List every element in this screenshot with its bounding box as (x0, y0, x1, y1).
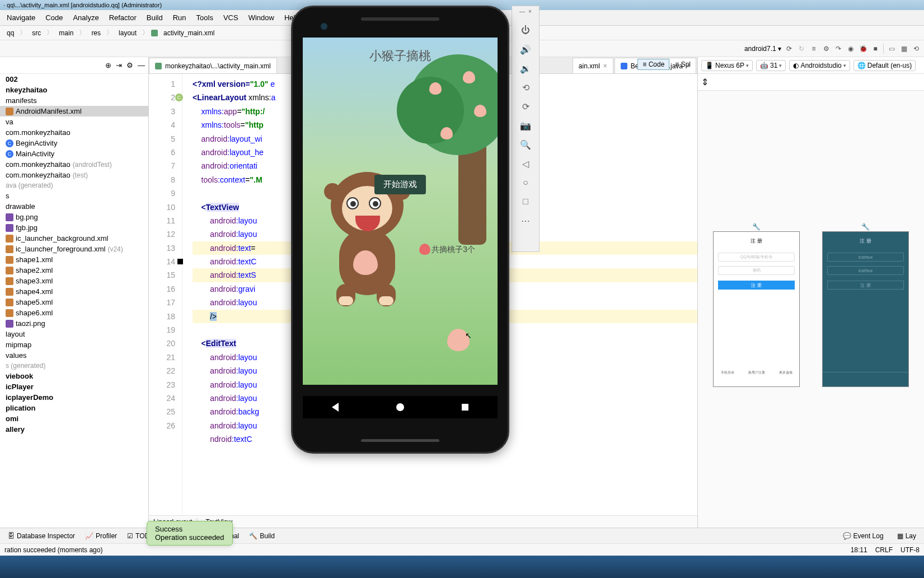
tree-node[interactable]: va (0, 116, 148, 127)
tab-event-log[interactable]: 💬 Event Log (838, 530, 888, 542)
home-icon[interactable]: ○ (520, 177, 531, 188)
tree-node[interactable]: omi (0, 413, 148, 424)
arrows-icon[interactable]: ⇕ (701, 77, 709, 87)
menu-analyze[interactable]: Analyze (68, 11, 103, 24)
power-icon[interactable]: ⏻ (520, 25, 531, 36)
tree-node[interactable]: manifests (0, 95, 148, 106)
preview-device-combo[interactable]: 📱 Nexus 6P▾ (701, 60, 753, 71)
preview-api-combo[interactable]: 🤖 31▾ (756, 60, 786, 71)
nav-recent-icon[interactable] (462, 404, 468, 411)
sdk-icon[interactable]: ▦ (899, 44, 908, 53)
tree-node[interactable]: com.monkeyzhaitao (test) (0, 170, 148, 180)
menu-refactor[interactable]: Refactor (105, 11, 141, 24)
menu-tools[interactable]: Tools (192, 11, 218, 24)
tab-layout-inspector[interactable]: ▦ Lay (893, 530, 921, 542)
menu-run[interactable]: Run (168, 11, 191, 24)
tree-node[interactable]: shape1.xml (0, 254, 148, 265)
zoom-icon[interactable]: 🔍 (520, 139, 531, 150)
close-icon[interactable]: × (603, 62, 607, 70)
expand-icon[interactable]: ⇥ (116, 61, 122, 69)
volume-down-icon[interactable]: 🔉 (520, 63, 531, 74)
start-game-button[interactable]: 开始游戏 (374, 175, 426, 194)
volume-up-icon[interactable]: 🔊 (520, 44, 531, 55)
camera-icon[interactable]: 📷 (520, 120, 531, 131)
sync-icon[interactable]: ⟲ (912, 44, 921, 53)
bug-icon[interactable]: ⚙ (822, 44, 831, 53)
overview-icon[interactable]: □ (520, 196, 531, 207)
menu-window[interactable]: Window (244, 11, 279, 24)
preview-locale-combo[interactable]: 🌐 Default (en-us) (853, 60, 916, 71)
crumb-src[interactable]: src (29, 28, 44, 38)
tree-node[interactable]: CBeginActivity (0, 138, 148, 148)
status-encoding[interactable]: UTF-8 (900, 546, 920, 554)
profile-icon[interactable]: ◉ (846, 44, 855, 53)
tree-node[interactable]: values (0, 350, 148, 361)
editor-tab[interactable]: monkeyzhaitao\...\activity_main.xml (149, 58, 277, 73)
tree-node[interactable]: CMainActivity (0, 148, 148, 159)
tree-node[interactable]: layout (0, 329, 148, 339)
menu-build[interactable]: Build (142, 11, 167, 24)
rotate-left-icon[interactable]: ⟲ (520, 82, 531, 93)
menu-navigate[interactable]: Navigate (2, 11, 40, 24)
tree-node[interactable]: mipmap (0, 339, 148, 350)
tree-node[interactable]: shape4.xml (0, 286, 148, 297)
tab-profiler[interactable]: 📈 Profiler (81, 530, 121, 542)
tree-node[interactable]: com.monkeyzhaitao (androidTest) (0, 159, 148, 170)
tree-node[interactable]: s (generated) (0, 361, 148, 371)
tree-node[interactable]: drawable (0, 201, 148, 212)
tree-node[interactable]: shape3.xml (0, 276, 148, 286)
tree-node[interactable]: shape5.xml (0, 297, 148, 307)
crumb-layout[interactable]: layout (115, 28, 140, 38)
format-icon[interactable]: ≡ (809, 44, 818, 53)
menu-code[interactable]: Code (41, 11, 67, 24)
gutter-marker-icon[interactable]: C (175, 94, 183, 101)
tree-node[interactable]: allery (0, 424, 148, 435)
settings-icon[interactable]: ⚙ (126, 61, 133, 69)
tree-node[interactable]: com.monkeyzhaitao (0, 127, 148, 138)
preview-canvas[interactable]: 🔧 注 册 QQ号/邮箱/手机号 密码 注 册 手机登录新用户注册更多选项 🔧 … (698, 91, 924, 528)
preview-blueprint[interactable]: 🔧 注 册 EditText EditText 注 册 (822, 231, 909, 387)
status-line-ending[interactable]: CRLF (875, 546, 893, 554)
avd-icon[interactable]: ▭ (887, 44, 896, 53)
tree-node[interactable]: ic_launcher_foreground.xml (v24) (0, 244, 148, 254)
refresh-icon[interactable]: ⟳ (785, 44, 794, 53)
back-icon[interactable]: ◁ (520, 158, 531, 169)
preview-design[interactable]: 🔧 注 册 QQ号/邮箱/手机号 密码 注 册 手机登录新用户注册更多选项 (713, 231, 800, 387)
nav-back-icon[interactable] (332, 403, 339, 412)
menu-vcs[interactable]: VCS (219, 11, 243, 24)
nav-home-icon[interactable] (396, 403, 404, 411)
tree-node[interactable]: bg.png (0, 212, 148, 222)
tree-node[interactable]: ic_launcher_background.xml (0, 233, 148, 244)
tree-node[interactable]: 002 (0, 74, 148, 85)
tree-node[interactable]: icplayerDemo (0, 392, 148, 403)
crumb-res[interactable]: res (88, 28, 104, 38)
tree-node[interactable]: fgb.jpg (0, 222, 148, 233)
hide-icon[interactable]: — (138, 61, 145, 69)
tab-build[interactable]: 🔨 Build (245, 530, 279, 542)
preview-theme-combo[interactable]: ◐ Androidstudio▾ (789, 60, 850, 71)
crumb-qq[interactable]: qq (3, 28, 17, 38)
emulator-window[interactable]: 小猴子摘桃 开始游戏 共摘桃子3个 ↖ —× ⏻ 🔊 🔉 ⟲ ⟳ 📷 🔍 ◁ ○… (291, 6, 540, 454)
tree-node[interactable]: taozi.png (0, 318, 148, 329)
coverage-icon[interactable]: ↷ (834, 44, 843, 53)
mode-split[interactable]: ≡ Spl (670, 59, 695, 69)
close-icon[interactable]: × (528, 8, 532, 15)
device-combo[interactable]: android7.1 ▾ (744, 45, 781, 53)
phone-screen[interactable]: 小猴子摘桃 开始游戏 共摘桃子3个 ↖ (303, 38, 498, 385)
crumb-file[interactable]: activity_main.xml (160, 28, 218, 38)
tree-node[interactable]: s (0, 190, 148, 201)
tree-node[interactable]: AndroidManifest.xml (0, 106, 148, 116)
tree-node[interactable]: viebook (0, 371, 148, 381)
tree-node[interactable]: icPlayer (0, 381, 148, 392)
tree-node[interactable]: shape2.xml (0, 265, 148, 276)
tree-node[interactable]: ava (generated) (0, 180, 148, 190)
mode-code[interactable]: ≡ Code (637, 59, 669, 70)
os-taskbar[interactable] (0, 556, 924, 578)
rotate-right-icon[interactable]: ⟳ (520, 101, 531, 112)
tree-node[interactable]: nkeyzhaitao (0, 85, 148, 95)
stop-icon[interactable]: ■ (871, 44, 880, 53)
tab-database-inspector[interactable]: 🗄 Database Inspector (3, 530, 79, 542)
gutter-color-icon[interactable] (177, 259, 183, 264)
editor-tab[interactable]: ain.xml× (573, 58, 613, 73)
attach-icon[interactable]: 🐞 (859, 44, 867, 53)
